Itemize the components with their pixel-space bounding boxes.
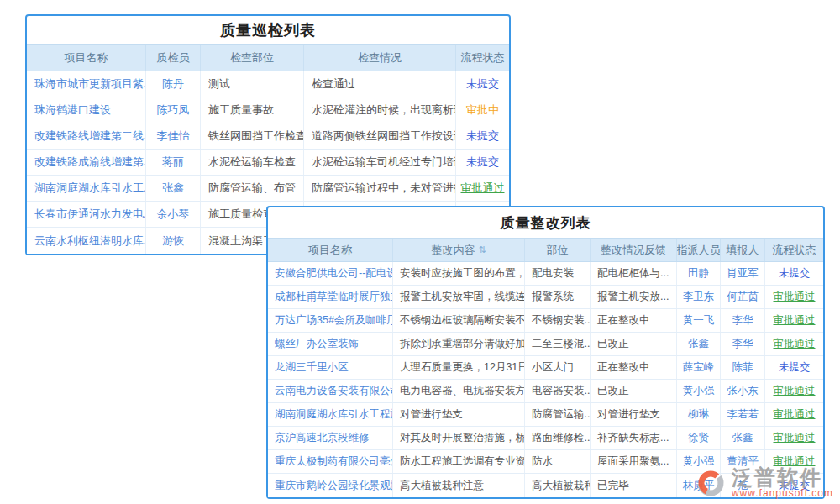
table-row: 湖南洞庭湖水库引水工程施工I标 对管进行垫支 防腐管运输... 对管进行垫支 柳… xyxy=(268,403,823,427)
status-badge[interactable]: 审批通过 xyxy=(765,427,823,449)
project-link[interactable]: 长春市伊通河水力发电... xyxy=(27,202,146,227)
table-row: 珠海市城市更新项目紫... 陈丹 测试 检查通过 未提交 xyxy=(27,71,509,97)
sort-icon[interactable]: ⇅ xyxy=(478,244,486,255)
table-row: 改建铁路线增建第二线... 李佳怡 铁丝网围挡工作检查 道路两侧铁丝网围挡工作按… xyxy=(27,123,509,150)
status-badge[interactable]: 审批通过 xyxy=(765,333,823,355)
column-header-content[interactable]: 整改内容 ⇅ xyxy=(393,239,525,261)
status-badge[interactable]: 审批通过 xyxy=(765,309,823,332)
status-badge[interactable]: 审批通过 xyxy=(765,403,823,426)
status-badge[interactable]: 审批通过 xyxy=(456,176,509,201)
project-link[interactable]: 珠海市城市更新项目紫... xyxy=(27,71,146,97)
column-header-project: 项目名称 xyxy=(268,239,393,261)
inspector-name[interactable]: 陈巧凤 xyxy=(146,97,201,123)
project-link[interactable]: 湖南洞庭湖水库引水工... xyxy=(27,176,146,201)
part-cell: 路面维修检... xyxy=(525,427,591,449)
part-cell: 高大植被栽种 xyxy=(525,474,591,497)
content-cell: 对其及时开展整治措施，桥头... xyxy=(393,427,525,449)
content-cell: 报警主机安放牢固，线缆连接... xyxy=(393,286,525,308)
part-cell: 报警系统 xyxy=(525,286,591,308)
part-cell: 水泥砼运输车检查 xyxy=(201,150,304,175)
project-link[interactable]: 重庆市鹅岭公园绿化景观提升... xyxy=(268,474,393,497)
project-link[interactable]: 京沪高速北京段维修 xyxy=(268,427,393,449)
project-link[interactable]: 改建铁路成渝线增建第... xyxy=(27,150,146,175)
fanpu-logo-icon xyxy=(695,468,728,498)
project-link[interactable]: 安徽合肥供电公司--配电设备... xyxy=(268,262,393,285)
status-badge[interactable]: 未提交 xyxy=(456,71,509,97)
project-link[interactable]: 万达广场35#会所及咖啡厅空... xyxy=(268,309,393,332)
table-row: 京沪高速北京段维修 对其及时开展整治措施，桥头... 路面维修检... 补齐缺失… xyxy=(268,427,823,450)
feedback-cell: 已完毕 xyxy=(591,474,677,497)
assignee-name[interactable]: 薛宝峰 xyxy=(677,356,721,379)
rectification-list-title: 质量整改列表 xyxy=(268,207,823,238)
content-cell: 安装时应按施工图的布置，将... xyxy=(393,262,525,285)
assignee-name[interactable]: 田静 xyxy=(677,262,721,285)
project-link[interactable]: 重庆太极制药有限公司亳州中... xyxy=(268,450,393,473)
project-link[interactable]: 螺丝厂办公室装饰 xyxy=(268,333,393,355)
feedback-cell: 补齐缺失标志... xyxy=(591,427,677,449)
column-header-inspector: 质检员 xyxy=(146,45,201,71)
status-badge[interactable]: 审批通过 xyxy=(765,380,823,402)
situation-cell: 防腐管运输过程中，未对管进行... xyxy=(304,176,456,201)
watermark-url[interactable]: www.fanpusoft.com xyxy=(732,488,833,499)
filler-name[interactable]: 张鑫 xyxy=(721,427,765,449)
assignee-name[interactable]: 张鑫 xyxy=(677,333,721,355)
feedback-cell: 报警主机安放... xyxy=(591,286,677,308)
filler-name[interactable]: 何芷茵 xyxy=(721,286,765,308)
content-cell: 对管进行垫支 xyxy=(393,403,525,426)
project-link[interactable]: 龙湖三千里小区 xyxy=(268,356,393,379)
feedback-cell: 已改正 xyxy=(591,333,677,355)
project-link[interactable]: 改建铁路线增建第二线... xyxy=(27,123,146,149)
column-header-status: 流程状态 xyxy=(456,45,509,71)
status-badge[interactable]: 审批通过 xyxy=(765,286,823,308)
project-link[interactable]: 云南电力设备安装有限公司20... xyxy=(268,380,393,402)
situation-cell: 道路两侧铁丝网围挡工作按设计... xyxy=(304,123,456,149)
content-cell: 拆除到承重墙部分请做好加固... xyxy=(393,333,525,355)
filler-name[interactable]: 李华 xyxy=(721,309,765,332)
inspector-name[interactable]: 张鑫 xyxy=(146,176,201,201)
assignee-name[interactable]: 徐贤 xyxy=(677,427,721,449)
feedback-cell: 正在整改中 xyxy=(591,309,677,332)
column-header-feedback: 整改情况反馈 xyxy=(591,239,677,261)
filler-name[interactable]: 李华 xyxy=(721,333,765,355)
project-link[interactable]: 成都杜甫草堂临时展厅独立展... xyxy=(268,286,393,308)
status-badge[interactable]: 审批中 xyxy=(456,97,509,123)
content-cell: 不锈钢边框玻璃隔断安装不牢... xyxy=(393,309,525,332)
part-cell: 防腐管运输、布管 xyxy=(201,176,304,201)
watermark-text: 泛普软件 www.fanpusoft.com xyxy=(732,466,833,499)
status-badge[interactable]: 未提交 xyxy=(456,123,509,149)
column-header-filler: 填报人 xyxy=(721,239,765,261)
column-header-status: 流程状态 xyxy=(765,239,823,261)
inspector-name[interactable]: 陈丹 xyxy=(146,71,201,97)
status-badge[interactable]: 未提交 xyxy=(456,150,509,175)
filler-name[interactable]: 陈菲 xyxy=(721,356,765,379)
situation-cell: 水泥砼运输车司机经过专门培训... xyxy=(304,150,456,175)
content-cell: 大理石质量更换，12月31日之... xyxy=(393,356,525,379)
project-link[interactable]: 珠海鹤港口建设 xyxy=(27,97,146,123)
filler-name[interactable]: 肖亚军 xyxy=(721,262,765,285)
status-badge[interactable]: 未提交 xyxy=(765,262,823,285)
assignee-name[interactable]: 柳琳 xyxy=(677,403,721,426)
watermark-brand: 泛普软件 xyxy=(732,466,833,488)
situation-cell: 检查通过 xyxy=(304,71,456,97)
project-link[interactable]: 湖南洞庭湖水库引水工程施工I标 xyxy=(268,403,393,426)
inspector-name[interactable]: 蒋丽 xyxy=(146,150,201,175)
inspector-name[interactable]: 余小琴 xyxy=(146,202,201,227)
status-badge[interactable]: 未提交 xyxy=(765,356,823,379)
inspection-list-title: 质量巡检列表 xyxy=(27,16,509,44)
rectification-header-row: 项目名称 整改内容 ⇅ 部位 整改情况反馈 指派人员 填报人 流程状态 xyxy=(268,238,823,262)
inspection-header-row: 项目名称 质检员 检查部位 检查情况 流程状态 xyxy=(27,44,509,71)
filler-name[interactable]: 张小东 xyxy=(721,380,765,402)
quality-management-screen: { "icons": { "sort_glyph": "⇅" }, "statu… xyxy=(0,0,840,504)
project-link[interactable]: 云南水利枢纽潜明水库... xyxy=(27,228,146,254)
assignee-name[interactable]: 李卫东 xyxy=(677,286,721,308)
assignee-name[interactable]: 黄小强 xyxy=(677,380,721,402)
inspector-name[interactable]: 李佳怡 xyxy=(146,123,201,149)
column-header-part: 部位 xyxy=(525,239,591,261)
content-cell: 防水工程施工选调有专业资质... xyxy=(393,450,525,473)
assignee-name[interactable]: 黄一飞 xyxy=(677,309,721,332)
part-cell: 防腐管运输... xyxy=(525,403,591,426)
filler-name[interactable]: 李若若 xyxy=(721,403,765,426)
inspector-name[interactable]: 游恢 xyxy=(146,228,201,254)
part-cell: 配电安装 xyxy=(525,262,591,285)
part-cell: 防水 xyxy=(525,450,591,473)
